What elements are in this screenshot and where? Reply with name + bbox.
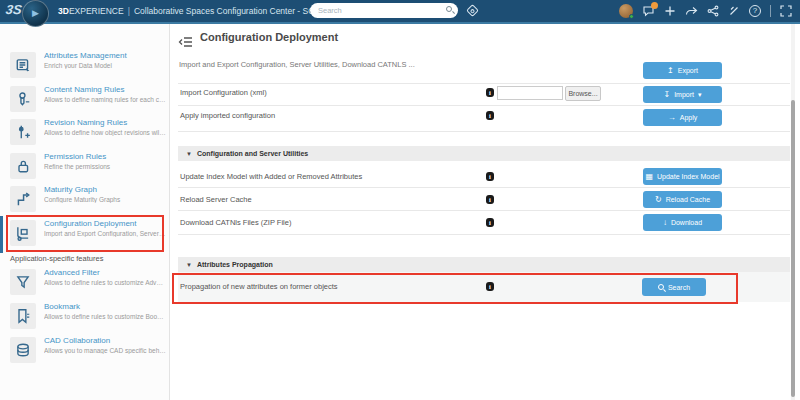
collapse-arrow-icon: ▼ xyxy=(186,151,192,157)
notification-badge xyxy=(651,2,658,9)
export-button[interactable]: ↥ Export xyxy=(643,62,722,79)
fullscreen-icon[interactable] xyxy=(780,5,792,17)
content-naming-rules-icon xyxy=(10,86,36,112)
sidebar-item-desc: Allows to define rules to customize Book… xyxy=(44,313,166,320)
row-divider xyxy=(178,105,790,106)
sidebar-item-label: Advanced Filter xyxy=(44,268,166,277)
sidebar-item-label: Permission Rules xyxy=(44,152,166,161)
3dexperience-compass-icon[interactable]: ▶ xyxy=(22,0,49,27)
brand-bold: 3D xyxy=(58,6,69,16)
share-arrow-icon[interactable] xyxy=(685,5,698,17)
sidebar-item-maturity-graph[interactable]: Maturity GraphConfigure Maturity Graphs xyxy=(0,184,170,217)
sidebar-item-bookmark[interactable]: BookmarkAllows to define rules to custom… xyxy=(0,301,170,334)
add-icon[interactable] xyxy=(664,5,676,17)
sidebar-item-label: Maturity Graph xyxy=(44,185,166,194)
browse-button[interactable]: Browse... xyxy=(565,86,601,101)
reload-cache-button[interactable]: ↻ Reload Cache xyxy=(643,191,722,208)
sidebar-item-label: CAD Collaboration xyxy=(44,336,166,345)
search-input[interactable] xyxy=(318,4,438,16)
sidebar-item-content-naming-rules[interactable]: Content Naming RulesAllows to define nam… xyxy=(0,84,170,117)
online-status-dot xyxy=(629,14,634,19)
user-avatar[interactable] xyxy=(619,4,633,18)
share-network-icon[interactable] xyxy=(707,5,719,17)
apply-icon: → xyxy=(668,114,676,122)
notifications-button[interactable] xyxy=(642,5,655,17)
sidebar-item-desc: Allows you to manage CAD specific behavi… xyxy=(44,347,166,354)
row-divider xyxy=(178,131,790,132)
search-button-label: Search xyxy=(668,284,690,291)
sidebar-item-desc: Import and Export Configuration, Server … xyxy=(44,230,166,237)
info-icon[interactable]: i xyxy=(486,282,494,291)
sidebar-item-desc: Allows to define rules to customize Adva… xyxy=(44,279,166,286)
import-button[interactable]: ↧ Import ▾ xyxy=(643,86,722,103)
apps-compass-icon[interactable] xyxy=(728,5,740,17)
info-icon[interactable]: i xyxy=(486,172,494,181)
update-index-model-button[interactable]: ▦ Update Index Model xyxy=(643,168,722,185)
sidebar-item-configuration-deployment[interactable]: Configuration DeploymentImport and Expor… xyxy=(0,218,170,251)
info-icon[interactable]: i xyxy=(486,111,494,120)
download-catnls-label: Download CATNls Files (ZIP File) xyxy=(180,218,291,227)
reload-cache-button-label: Reload Cache xyxy=(666,196,710,203)
scrollbar-thumb[interactable] xyxy=(791,100,795,397)
sidebar-item-label: Revision Naming Rules xyxy=(44,118,166,127)
section-attributes-propagation[interactable]: ▼Attributes Propagation xyxy=(178,257,790,272)
section-configuration-server-utilities[interactable]: ▼Configuration and Server Utilities xyxy=(178,146,790,161)
apply-button[interactable]: → Apply xyxy=(643,109,722,126)
revision-naming-rules-icon xyxy=(10,119,36,145)
import-file-input[interactable] xyxy=(497,86,563,100)
sidebar-item-desc: Allows to define how object revisions wi… xyxy=(44,129,166,136)
row-divider xyxy=(178,83,790,84)
sidebar-item-desc: Configure Maturity Graphs xyxy=(44,196,166,203)
download-button-label: Download xyxy=(671,219,702,226)
brand-separator: | xyxy=(128,6,130,16)
attributes-management-icon xyxy=(10,52,36,78)
sidebar-item-desc: Allows to define naming rules for each c… xyxy=(44,96,166,103)
global-search[interactable] xyxy=(310,3,458,18)
export-icon: ↥ xyxy=(667,67,674,75)
collapse-panel-icon[interactable] xyxy=(178,34,193,52)
export-button-label: Export xyxy=(678,67,698,74)
download-button[interactable]: ↓ Download xyxy=(643,214,722,231)
sidebar-item-label: Content Naming Rules xyxy=(44,85,166,94)
search-button-icon xyxy=(658,284,664,290)
bookmark-icon xyxy=(10,303,36,329)
configuration-deployment-icon xyxy=(10,220,36,246)
propagation-label: Propagation of new attributes on former … xyxy=(180,282,338,291)
apply-button-label: Apply xyxy=(680,114,698,121)
info-icon[interactable]: i xyxy=(486,218,494,227)
sidebar-item-advanced-filter[interactable]: Advanced FilterAllows to define rules to… xyxy=(0,267,170,300)
sidebar-item-permission-rules[interactable]: Permission RulesRefine the permissions xyxy=(0,151,170,184)
advanced-filter-icon xyxy=(10,269,36,295)
sidebar-item-desc: Refine the permissions xyxy=(44,163,166,170)
app-window: 3S ▶ 3DEXPERIENCE|Collaborative Spaces C… xyxy=(0,0,800,400)
update-index-button-label: Update Index Model xyxy=(657,173,720,180)
sidebar-section-label: Application-specific features xyxy=(10,254,103,263)
update-index-label: Update Index Model with Added or Removed… xyxy=(180,172,362,181)
download-icon: ↓ xyxy=(663,219,667,227)
sidebar-item-attributes-management[interactable]: Attributes ManagementEnrich your Data Mo… xyxy=(0,50,170,83)
section-title: Attributes Propagation xyxy=(197,261,273,268)
page-subtitle: Import and Export Configuration, Server … xyxy=(179,60,415,69)
sidebar-item-label: Configuration Deployment xyxy=(44,219,166,228)
info-icon[interactable]: i xyxy=(486,88,494,97)
sidebar-item-cad-collaboration[interactable]: CAD CollaborationAllows you to manage CA… xyxy=(0,335,170,368)
permission-rules-icon xyxy=(10,153,36,179)
sidebar-item-revision-naming-rules[interactable]: Revision Naming RulesAllows to define ho… xyxy=(0,117,170,150)
import-configuration-label: Import Configuration (xml) xyxy=(180,88,267,97)
info-icon[interactable]: i xyxy=(486,195,494,204)
help-icon[interactable]: ? xyxy=(749,5,761,17)
search-button[interactable]: Search xyxy=(642,278,706,296)
cad-collaboration-icon xyxy=(10,337,36,363)
sidebar-item-label: Attributes Management xyxy=(44,51,166,60)
row-divider xyxy=(178,187,790,188)
row-divider xyxy=(178,210,790,211)
search-icon[interactable] xyxy=(446,6,452,12)
row-divider xyxy=(178,234,790,235)
reload-icon: ↻ xyxy=(655,196,662,204)
dassault-logo: 3S xyxy=(5,2,23,17)
import-dropdown-caret-icon: ▾ xyxy=(698,91,702,99)
import-icon: ↧ xyxy=(663,91,670,99)
page-title: Configuration Deployment xyxy=(200,31,338,43)
brand-rest: EXPERIENCE xyxy=(69,6,124,16)
apply-configuration-label: Apply imported configuration xyxy=(180,111,275,120)
